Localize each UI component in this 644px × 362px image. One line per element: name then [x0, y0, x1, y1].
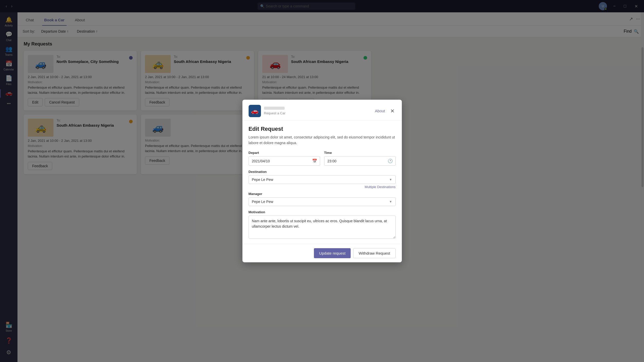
motivation-textarea[interactable]: Nam ante ante, lobortis ut suscipit eu, … [249, 216, 396, 239]
depart-input[interactable] [249, 157, 310, 165]
form-group-manager: Manager Pepe Le Pew ▼ [249, 192, 396, 206]
form-group-destination: Destination Pepe Le Pew ▼ [249, 170, 396, 184]
modal-header: 🚗 Request a Car About ✕ [242, 100, 402, 120]
edit-request-modal: 🚗 Request a Car About ✕ Edit Request Lor… [242, 100, 402, 263]
modal-app-subtitle: Request a Car [264, 111, 286, 115]
modal-edit-title: Edit Request [249, 126, 396, 132]
depart-label: Depart [249, 151, 320, 155]
form-row-depart-time: Depart 📅 Time 🕐 [249, 151, 396, 166]
form-group-depart: Depart 📅 [249, 151, 320, 166]
time-input-wrapper: 🕐 [324, 156, 396, 166]
modal-app-name-placeholder [264, 107, 285, 110]
modal-header-left: 🚗 Request a Car [249, 105, 286, 117]
modal-body: Edit Request Lorem ipsum dolor sit amet,… [242, 120, 402, 244]
modal-about-link[interactable]: About [375, 109, 385, 113]
time-input[interactable] [324, 157, 385, 165]
manager-select[interactable]: Pepe Le Pew ▼ [249, 197, 396, 206]
clock-input-icon[interactable]: 🕐 [385, 156, 395, 165]
multiple-destinations-link[interactable]: Multiple Destinations [249, 185, 396, 189]
time-label: Time [324, 151, 396, 155]
modal-title-block: Request a Car [264, 107, 286, 115]
manager-label: Manager [249, 192, 396, 196]
modal-header-right: About ✕ [375, 107, 395, 115]
destination-chevron-icon: ▼ [389, 178, 392, 181]
modal-description: Lorem ipsum dolor sit amet, consectetur … [249, 134, 396, 146]
manager-value: Pepe Le Pew [252, 200, 273, 204]
depart-input-wrapper: 📅 [249, 156, 320, 166]
form-group-motivation: Motivation Nam ante ante, lobortis ut su… [249, 210, 396, 239]
manager-chevron-icon: ▼ [389, 200, 392, 203]
destination-label: Destination [249, 170, 396, 174]
modal-car-app-icon: 🚗 [249, 105, 261, 117]
modal-overlay[interactable]: 🚗 Request a Car About ✕ Edit Request Lor… [0, 0, 644, 362]
destination-value: Pepe Le Pew [252, 178, 273, 182]
withdraw-request-button[interactable]: Withdraw Request [353, 248, 396, 258]
calendar-input-icon[interactable]: 📅 [310, 156, 320, 165]
motivation-label: Motivation [249, 210, 396, 214]
modal-close-button[interactable]: ✕ [389, 107, 396, 115]
destination-select[interactable]: Pepe Le Pew ▼ [249, 175, 396, 184]
update-request-button[interactable]: Update request [314, 248, 351, 258]
modal-footer: Update request Withdraw Request [242, 244, 402, 262]
form-group-time: Time 🕐 [324, 151, 396, 166]
